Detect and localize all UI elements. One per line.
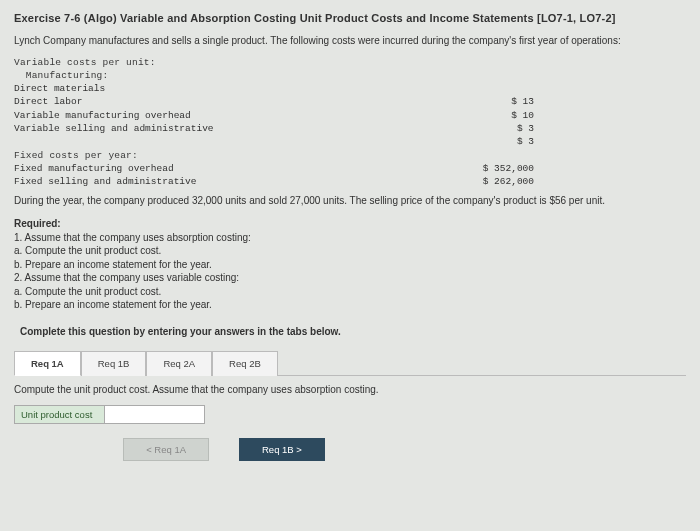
answer-table: Unit product cost — [14, 405, 205, 424]
tab-req-2b[interactable]: Req 2B — [212, 351, 278, 376]
cost-row: Fixed selling and administrative$ 262,00… — [14, 175, 534, 188]
cost-row: $ 3 — [14, 135, 534, 148]
intro-text: Lynch Company manufactures and sells a s… — [14, 34, 686, 48]
tab-req-1a[interactable]: Req 1A — [14, 351, 81, 376]
required-list: 1. Assume that the company uses absorpti… — [14, 231, 686, 312]
cost-header-var: Variable costs per unit: — [14, 56, 686, 69]
tab-req-1b[interactable]: Req 1B — [81, 351, 147, 376]
cost-row: Direct materials — [14, 82, 534, 95]
during-text: During the year, the company produced 32… — [14, 194, 686, 208]
required-head: Required: — [14, 218, 686, 229]
tab-bar: Req 1A Req 1B Req 2A Req 2B — [14, 351, 686, 376]
cost-header-mfg: Manufacturing: — [14, 69, 686, 82]
tab-req-2a[interactable]: Req 2A — [146, 351, 212, 376]
cost-row: Direct labor$ 13 — [14, 95, 534, 108]
complete-instruction: Complete this question by entering your … — [14, 326, 686, 337]
cost-header-fixed: Fixed costs per year: — [14, 149, 686, 162]
cost-row: Variable selling and administrative$ 3 — [14, 122, 534, 135]
cost-row: Variable manufacturing overhead$ 10 — [14, 109, 534, 122]
tab-description: Compute the unit product cost. Assume th… — [14, 384, 686, 395]
prev-req-button[interactable]: < Req 1A — [123, 438, 209, 461]
exercise-title: Exercise 7-6 (Algo) Variable and Absorpt… — [14, 12, 686, 24]
nav-row: < Req 1A Req 1B > — [14, 438, 434, 461]
next-req-button[interactable]: Req 1B > — [239, 438, 325, 461]
unit-product-cost-label: Unit product cost — [15, 405, 105, 423]
cost-row: Fixed manufacturing overhead$ 352,000 — [14, 162, 534, 175]
unit-product-cost-input[interactable] — [105, 405, 205, 423]
